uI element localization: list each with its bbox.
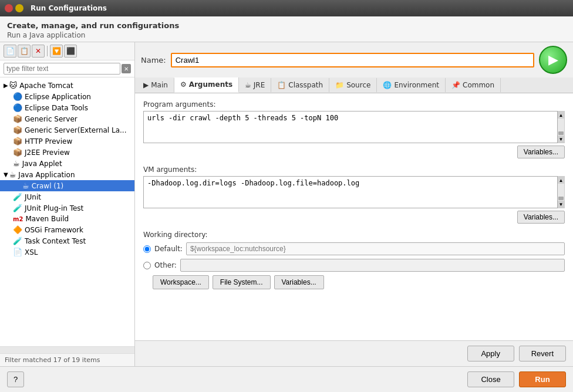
tree-item-eclipse-data-tools[interactable]: 🔵 Eclipse Data Tools <box>0 102 134 113</box>
vm-args-variables-button[interactable]: Variables... <box>517 211 565 224</box>
program-args-textarea[interactable] <box>143 111 558 143</box>
junit-plugin-icon: 🧪 <box>13 204 22 212</box>
vm-args-scrollbar[interactable]: ▲ ▼ <box>558 176 565 208</box>
vm-args-wrapper: ▲ ▼ <box>143 176 565 208</box>
tree-item-crawl1[interactable]: ☕ Crawl (1) <box>0 180 134 191</box>
other-radio-label[interactable]: Other: <box>154 261 177 269</box>
java-app-icon: ☕ <box>9 170 16 179</box>
tree-item-java-application[interactable]: ▼ ☕ Java Application <box>0 169 134 180</box>
j2ee-icon: 📦 <box>13 148 22 157</box>
tree-item-junit-plugin[interactable]: 🧪 JUnit Plug-in Test <box>0 202 134 214</box>
window-controls <box>5 4 23 12</box>
tab-arguments-label: Arguments <box>189 80 232 89</box>
tab-classpath[interactable]: 📋 Classpath <box>271 78 329 92</box>
tree-item-java-applet[interactable]: ☕ Java Applet <box>0 158 134 169</box>
program-args-wrapper: ▲ ▼ <box>143 111 565 143</box>
tree-item-label: XSL <box>25 248 38 256</box>
name-label: Name: <box>141 56 166 65</box>
collapse-button[interactable]: ⬛ <box>64 45 77 58</box>
vm-args-label: VM arguments: <box>143 165 565 174</box>
tree-item-j2ee-preview[interactable]: 📦 J2EE Preview <box>0 147 134 158</box>
run-configurations-window: Run Configurations Create, manage, and r… <box>0 0 573 392</box>
tree-item-label: JUnit Plug-in Test <box>25 204 83 212</box>
filter-box: ✕ <box>0 60 134 77</box>
program-args-group: Program arguments: ▲ ▼ Variables... <box>143 100 565 158</box>
name-input[interactable] <box>171 53 534 67</box>
tree-item-label: Eclipse Data Tools <box>25 104 88 112</box>
help-button[interactable]: ? <box>7 371 24 387</box>
tree-item-task-context-test[interactable]: 🧪 Task Context Test <box>0 235 134 246</box>
tab-arguments[interactable]: ⚙ Arguments <box>174 77 239 93</box>
footer: ? Close Run <box>0 366 573 392</box>
close-window-button[interactable] <box>5 4 13 12</box>
bottom-actions: Apply Revert <box>135 340 573 366</box>
scroll-thumb <box>558 131 564 135</box>
delete-config-button[interactable]: ✕ <box>32 45 45 58</box>
sidebar: 📄 📋 ✕ 🔽 ⬛ ✕ ▶ 🐱 Apache Tomcat <box>0 42 135 366</box>
tree-item-label: OSGi Framework <box>25 226 83 234</box>
vm-scroll-thumb <box>558 197 564 200</box>
vm-scroll-up-btn[interactable]: ▲ <box>558 177 564 184</box>
tree-item-generic-server-ext[interactable]: 📦 Generic Server(External La... <box>0 124 134 136</box>
scroll-down-btn[interactable]: ▼ <box>558 136 564 143</box>
revert-button[interactable]: Revert <box>519 346 566 361</box>
generic-server-icon: 📦 <box>13 114 22 123</box>
tab-main[interactable]: ▶ Main <box>137 78 174 92</box>
minimize-button[interactable] <box>15 4 23 12</box>
tree-item-label: JUnit <box>25 193 41 201</box>
filter-button[interactable]: 🔽 <box>50 45 63 58</box>
default-radio-label[interactable]: Default: <box>154 245 183 253</box>
tab-common[interactable]: 📌 Common <box>446 78 501 92</box>
filter-input[interactable] <box>4 63 120 75</box>
java-applet-icon: ☕ <box>13 159 20 168</box>
program-args-scrollbar[interactable]: ▲ ▼ <box>558 111 565 143</box>
run-button[interactable]: Run <box>519 371 566 387</box>
tree-item-label: Generic Server <box>25 115 77 123</box>
scroll-up-btn[interactable]: ▲ <box>558 111 564 119</box>
program-args-variables-button[interactable]: Variables... <box>517 146 565 158</box>
filesystem-button[interactable]: File System... <box>213 275 271 289</box>
tab-jre[interactable]: ☕ JRE <box>239 78 271 92</box>
xsl-icon: 📄 <box>13 248 22 256</box>
apply-button[interactable]: Apply <box>467 346 514 361</box>
run-big-button[interactable]: ▶ <box>539 46 567 74</box>
header-subtitle: Run a Java application <box>7 31 566 39</box>
tab-source-label: Source <box>346 81 370 89</box>
close-button[interactable]: Close <box>467 371 514 387</box>
variables-dir-button[interactable]: Variables... <box>274 275 324 289</box>
new-config-button[interactable]: 📄 <box>4 45 16 58</box>
horizontal-scrollbar[interactable] <box>0 346 134 353</box>
working-dir-buttons: Workspace... File System... Variables... <box>153 275 565 289</box>
default-radio[interactable] <box>143 245 151 253</box>
tab-classpath-label: Classpath <box>288 81 323 89</box>
tree-item-label: Java Applet <box>22 160 62 168</box>
expand-arrow-icon: ▼ <box>4 171 8 178</box>
vm-scroll-down-btn[interactable]: ▼ <box>558 201 564 208</box>
workspace-button[interactable]: Workspace... <box>153 275 209 289</box>
other-radio[interactable] <box>143 262 151 269</box>
other-radio-row: Other: <box>143 259 565 272</box>
tree-item-xsl[interactable]: 📄 XSL <box>0 246 134 258</box>
filter-clear-button[interactable]: ✕ <box>122 64 131 73</box>
common-tab-icon: 📌 <box>451 81 460 89</box>
default-path-input <box>186 242 565 255</box>
vm-args-textarea[interactable] <box>143 176 558 208</box>
tree-item-http-preview[interactable]: 📦 HTTP Preview <box>0 136 134 147</box>
title-bar: Run Configurations <box>0 0 573 16</box>
tree-item-apache-tomcat[interactable]: ▶ 🐱 Apache Tomcat <box>0 80 134 91</box>
tab-source[interactable]: 📁 Source <box>329 78 377 92</box>
tree-list: ▶ 🐱 Apache Tomcat 🔵 Eclipse Application … <box>0 77 134 346</box>
tree-item-generic-server[interactable]: 📦 Generic Server <box>0 113 134 124</box>
other-path-input[interactable] <box>180 259 565 272</box>
tree-item-osgi[interactable]: 🔶 OSGi Framework <box>0 224 134 235</box>
osgi-icon: 🔶 <box>13 225 22 234</box>
working-dir-section: Working directory: Default: Other: Works… <box>143 231 565 289</box>
tab-environment[interactable]: 🌐 Environment <box>377 78 446 92</box>
header-title: Create, manage, and run configurations <box>7 21 566 30</box>
tree-item-junit[interactable]: 🧪 JUnit <box>0 191 134 202</box>
args-tab-icon: ⚙ <box>180 80 187 89</box>
tree-item-maven-build[interactable]: m2 Maven Build <box>0 214 134 224</box>
default-radio-row: Default: <box>143 242 565 255</box>
duplicate-config-button[interactable]: 📋 <box>18 45 31 58</box>
tree-item-eclipse-application[interactable]: 🔵 Eclipse Application <box>0 91 134 102</box>
